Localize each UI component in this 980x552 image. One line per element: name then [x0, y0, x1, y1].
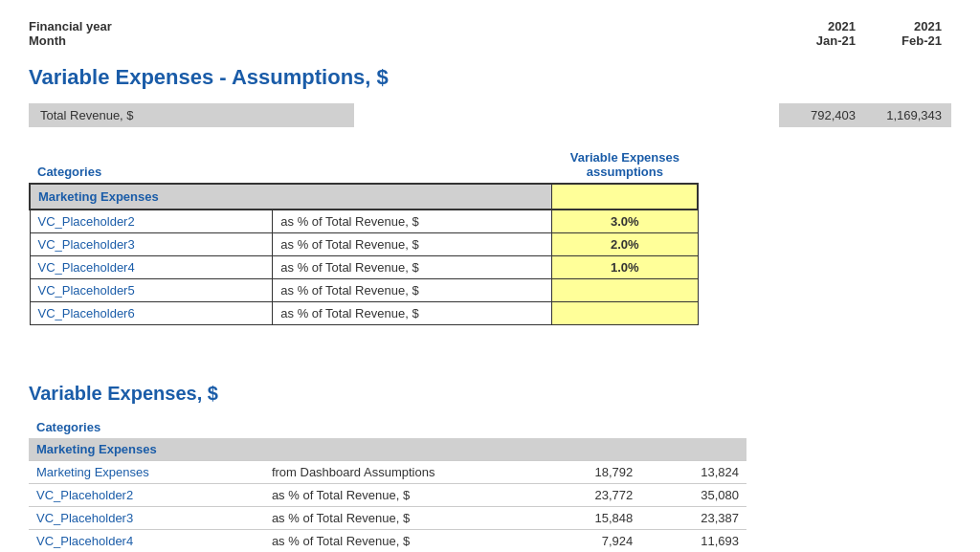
ve-col-categories: Categories	[29, 416, 264, 438]
table-row: VC_Placeholder2 as % of Total Revenue, $…	[30, 210, 698, 233]
total-revenue-col1: 792,403	[779, 103, 865, 127]
ve-col-desc	[264, 416, 535, 438]
group-header-label: Marketing Expenses	[30, 184, 552, 210]
header-columns: 2021 Jan-21 2021 Feb-21	[779, 19, 951, 48]
table-row: Marketing Expenses from Dashboard Assump…	[29, 461, 746, 484]
total-revenue-values: 792,403 1,169,343	[779, 103, 951, 127]
col2-header: 2021 Feb-21	[865, 19, 951, 48]
ve-col2	[640, 416, 746, 438]
ve-group-header: Marketing Expenses	[29, 438, 746, 461]
col1-header: 2021 Jan-21	[779, 19, 865, 48]
total-revenue-col2: 1,169,343	[865, 103, 951, 127]
table-row: VC_Placeholder5 as % of Total Revenue, $	[30, 279, 698, 302]
assumptions-table: Categories Variable Expenses assumptions…	[29, 146, 699, 325]
table-row: VC_Placeholder3 as % of Total Revenue, $…	[30, 233, 698, 256]
col2-fy: 2021	[865, 19, 942, 33]
col1-month: Jan-21	[779, 33, 856, 48]
table-row: VC_Placeholder4 as % of Total Revenue, $…	[30, 256, 698, 279]
assumptions-group-header: Marketing Expenses	[30, 184, 698, 210]
assumptions-section: Variable Expenses - Assumptions, $ Total…	[29, 65, 951, 325]
ve-group-header-label: Marketing Expenses	[29, 438, 746, 461]
ve-col-header: Categories	[29, 416, 746, 438]
col2-month: Feb-21	[865, 33, 942, 48]
ve-section-title: Variable Expenses, $	[29, 383, 951, 405]
ve-table: Categories Marketing Expenses Marketing …	[29, 416, 746, 552]
col-categories-header: Categories	[30, 146, 273, 184]
total-revenue-row: Total Revenue, $ 792,403 1,169,343	[29, 103, 951, 127]
month-label: Month	[29, 33, 112, 48]
table-row: VC_Placeholder4 as % of Total Revenue, $…	[29, 530, 746, 553]
total-revenue-label: Total Revenue, $	[29, 103, 354, 127]
header-left: Financial year Month	[29, 19, 112, 48]
group-header-val	[552, 184, 698, 210]
assumptions-title: Variable Expenses - Assumptions, $	[29, 65, 951, 90]
table-row: VC_Placeholder2 as % of Total Revenue, $…	[29, 484, 746, 507]
col-desc-header	[273, 146, 552, 184]
col-var-exp-header: Variable Expenses assumptions	[552, 146, 698, 184]
assumptions-col-header: Categories Variable Expenses assumptions	[30, 146, 698, 184]
table-row: VC_Placeholder3 as % of Total Revenue, $…	[29, 507, 746, 530]
page-header: Financial year Month 2021 Jan-21 2021 Fe…	[29, 19, 951, 48]
fy-label: Financial year	[29, 19, 112, 33]
col1-fy: 2021	[779, 19, 856, 33]
ve-col1	[535, 416, 641, 438]
variable-expenses-section: Variable Expenses, $ Categories Marketin…	[29, 383, 951, 552]
table-row: VC_Placeholder6 as % of Total Revenue, $	[30, 302, 698, 325]
